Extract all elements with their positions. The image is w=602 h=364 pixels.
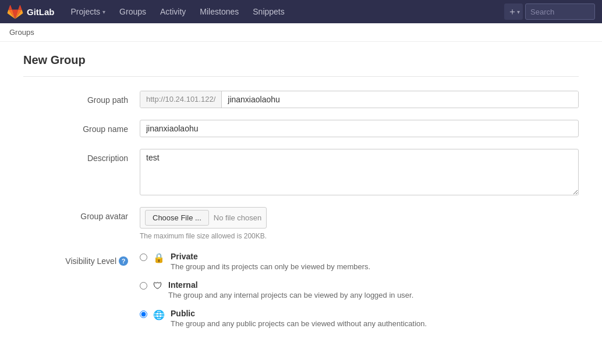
nav-link-groups[interactable]: Groups: [112, 0, 153, 23]
visibility-internal-radio[interactable]: [140, 282, 147, 290]
visibility-public-option: 🌐 Public The group and any public projec…: [140, 309, 427, 328]
visibility-section: 🔒 Private The group and its projects can…: [140, 252, 427, 328]
new-item-button[interactable]: ＋ ▾: [504, 3, 523, 20]
internal-description: The group and any internal projects can …: [168, 291, 413, 299]
title-divider: [23, 76, 579, 77]
group-path-input[interactable]: [222, 91, 578, 108]
visibility-help-icon[interactable]: ?: [119, 256, 128, 266]
globe-icon: 🌐: [153, 309, 165, 320]
nav-link-activity[interactable]: Activity: [153, 0, 193, 23]
private-label: Private: [171, 252, 370, 261]
new-group-form: Group path http://10.24.101.122/ Group n…: [23, 91, 579, 328]
projects-dropdown-icon: ▾: [102, 9, 105, 15]
nav-link-snippets[interactable]: Snippets: [246, 0, 291, 23]
group-path-prefix: http://10.24.101.122/: [140, 91, 222, 108]
private-description: The group and its projects can only be v…: [171, 262, 370, 271]
brand-link[interactable]: GitLab: [7, 3, 55, 20]
nav-right: ＋ ▾: [504, 3, 595, 20]
public-description: The group and any public projects can be…: [171, 319, 427, 328]
new-item-dropdown-icon: ▾: [517, 9, 520, 15]
brand-name: GitLab: [27, 7, 55, 17]
internal-label: Internal: [168, 280, 413, 290]
visibility-label: Visibility Level ?: [23, 252, 140, 266]
file-input-wrapper: Choose File ... No file chosen: [140, 207, 267, 229]
file-name-text: No file chosen: [214, 213, 261, 222]
choose-file-button[interactable]: Choose File ...: [145, 210, 209, 226]
avatar-section: Choose File ... No file chosen The maxim…: [140, 207, 267, 240]
shield-icon: 🛡: [153, 281, 162, 291]
nav-link-milestones[interactable]: Milestones: [193, 0, 246, 23]
navbar: GitLab Projects ▾ Groups Activity Milest…: [0, 0, 602, 23]
breadcrumb-text: Groups: [9, 28, 34, 37]
file-size-hint: The maximum file size allowed is 200KB.: [140, 232, 267, 240]
plus-icon: ＋: [508, 6, 517, 18]
group-name-row: Group name: [23, 120, 579, 137]
group-path-field: http://10.24.101.122/: [140, 91, 579, 108]
visibility-public-radio[interactable]: [140, 311, 147, 318]
breadcrumb: Groups: [0, 23, 602, 42]
gitlab-logo-icon: [7, 3, 23, 20]
group-path-row: Group path http://10.24.101.122/: [23, 91, 579, 108]
main-content: New Group Group path http://10.24.101.12…: [0, 42, 602, 351]
public-label: Public: [171, 309, 427, 318]
description-input[interactable]: test: [140, 149, 579, 195]
visibility-private-option: 🔒 Private The group and its projects can…: [140, 252, 427, 271]
group-name-input[interactable]: [140, 120, 579, 137]
search-input[interactable]: [525, 3, 595, 20]
avatar-row: Group avatar Choose File ... No file cho…: [23, 207, 579, 240]
visibility-internal-option: 🛡 Internal The group and any internal pr…: [140, 280, 427, 299]
group-name-label: Group name: [23, 120, 140, 134]
avatar-label: Group avatar: [23, 207, 140, 221]
visibility-row: Visibility Level ? 🔒 Private The group a…: [23, 252, 579, 328]
nav-links: Projects ▾ Groups Activity Milestones Sn…: [64, 0, 292, 23]
group-path-label: Group path: [23, 91, 140, 105]
lock-icon: 🔒: [153, 252, 165, 263]
description-row: Description test: [23, 149, 579, 195]
page-title: New Group: [23, 53, 579, 67]
nav-link-projects[interactable]: Projects ▾: [64, 0, 113, 23]
description-label: Description: [23, 149, 140, 163]
visibility-private-radio[interactable]: [140, 254, 147, 261]
